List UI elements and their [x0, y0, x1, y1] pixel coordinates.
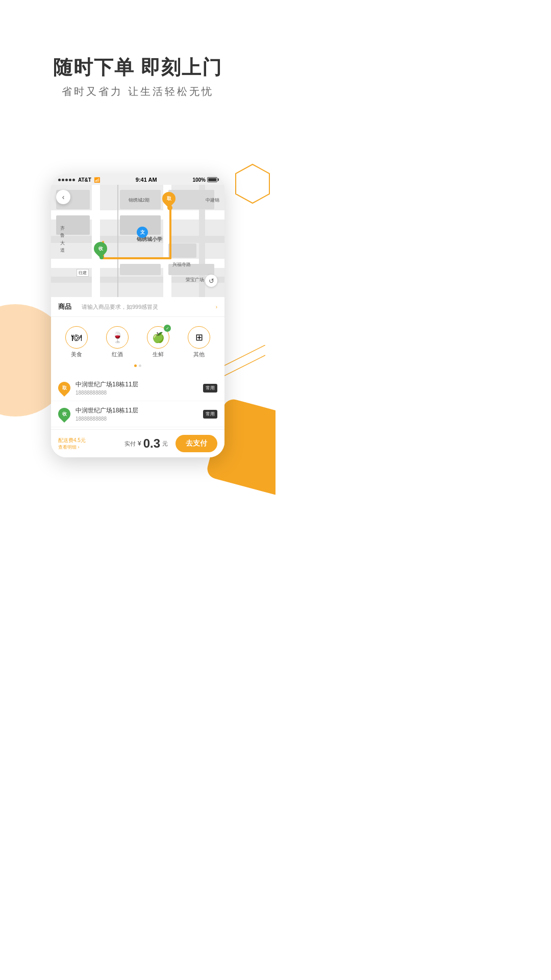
fresh-label: 生鲜: [153, 351, 164, 358]
delivery-address-card[interactable]: 收 中润世纪广场18栋11层 18888888888 常用: [51, 401, 224, 427]
check-badge: ✓: [164, 325, 171, 332]
category-dots: [51, 361, 224, 372]
delivery-addr-name: 中润世纪广场18栋11层: [76, 406, 203, 415]
pickup-addr-marker-label: 取: [62, 385, 67, 391]
dot-2: [139, 364, 141, 367]
categories-row: 🍽 美食 🍷 红酒 🍏 ✓ 生鲜: [51, 319, 224, 361]
fresh-icon: 🍏 ✓: [147, 326, 169, 349]
pay-currency: ¥: [138, 440, 141, 447]
wine-label: 红酒: [112, 351, 123, 358]
map-label-road3: 中建锦: [206, 197, 219, 204]
category-other[interactable]: ⊞ 其他: [188, 326, 210, 358]
time-label: 9:41 AM: [136, 177, 157, 183]
food-icon: 🍽: [65, 326, 88, 349]
delivery-addr-info: 中润世纪广场18栋11层 18888888888: [76, 406, 203, 422]
pickup-addr-info: 中润世纪广场18栋11层 18888888888: [76, 380, 203, 396]
pickup-addr-phone: 18888888888: [76, 390, 203, 396]
hero-subtitle: 省时又省力 让生活轻松无忧: [0, 85, 276, 99]
pickup-addr-name: 中润世纪广场18栋11层: [76, 380, 203, 389]
back-button[interactable]: ‹: [56, 190, 70, 204]
fee-label: 配送费4.5元: [58, 437, 117, 444]
pickup-address-card[interactable]: 取 中润世纪广场18栋11层 18888888888 常用: [51, 375, 224, 401]
school-marker-label: 文: [140, 229, 145, 236]
refresh-button[interactable]: ↺: [205, 275, 217, 287]
status-bar: AT&T 📶 9:41 AM 100%: [51, 174, 224, 185]
category-wine[interactable]: 🍷 红酒: [106, 326, 129, 358]
hero-section: 随时下单 即刻上门 省时又省力 让生活轻松无忧: [0, 0, 276, 163]
wine-icon: 🍷: [106, 326, 129, 349]
map-area: 锦绣城2期 中建锦 齐鲁大道 锦绣城小学 兴福寺路 荣宝广场 往建 取 文: [51, 185, 224, 297]
delivery-addr-phone: 18888888888: [76, 416, 203, 422]
battery-icon: [207, 177, 217, 182]
wifi-icon: 📶: [94, 177, 100, 183]
category-fresh[interactable]: 🍏 ✓ 生鲜: [147, 326, 169, 358]
map-label-area1: 锦绣城2期: [129, 197, 149, 204]
pay-button[interactable]: 去支付: [176, 435, 217, 452]
actual-pay-section: 实付 ¥ 0.3 元: [117, 436, 176, 451]
product-label: 商品: [58, 302, 77, 311]
pay-amount: 0.3: [143, 436, 160, 451]
product-bar[interactable]: 商品 请输入商品要求，如999感冒灵 ›: [51, 297, 224, 317]
hero-title: 随时下单 即刻上门: [0, 56, 276, 80]
food-label: 美食: [71, 351, 82, 358]
refresh-icon: ↺: [209, 277, 214, 285]
dot-1: [134, 364, 137, 367]
product-arrow-icon: ›: [216, 304, 217, 310]
map-label-road1: 齐鲁大道: [60, 225, 65, 254]
delivery-fee-section[interactable]: 配送费4.5元 查看明细 ›: [58, 437, 117, 451]
pay-unit: 元: [162, 440, 168, 448]
delivery-addr-tag: 常用: [203, 410, 217, 419]
phone-mockup: AT&T 📶 9:41 AM 100%: [51, 174, 224, 457]
bottom-bar: 配送费4.5元 查看明细 › 实付 ¥ 0.3 元 去支付: [51, 429, 224, 457]
map-label-road2: 兴福寺路: [172, 261, 191, 268]
pickup-addr-marker: 取: [56, 379, 73, 397]
battery-percent: 100%: [192, 177, 206, 183]
product-hint: 请输入商品要求，如999感冒灵: [82, 303, 215, 311]
category-food[interactable]: 🍽 美食: [65, 326, 88, 358]
delivery-addr-marker-label: 收: [62, 411, 67, 418]
fee-detail: 查看明细 ›: [58, 444, 117, 451]
address-section: 取 中润世纪广场18栋11层 18888888888 常用 收: [51, 375, 224, 427]
pickup-addr-tag: 常用: [203, 384, 217, 393]
delivery-marker-label: 收: [98, 246, 103, 252]
other-label: 其他: [193, 351, 205, 358]
other-icon: ⊞: [188, 326, 210, 349]
map-label-area2: 荣宝广场: [186, 277, 204, 283]
delivery-addr-marker: 收: [56, 405, 73, 423]
carrier-label: AT&T: [78, 177, 91, 183]
pickup-marker-label: 取: [167, 195, 171, 202]
school-marker: 文: [137, 227, 148, 238]
pay-label: 实付: [124, 440, 136, 448]
back-icon: ‹: [62, 193, 65, 201]
